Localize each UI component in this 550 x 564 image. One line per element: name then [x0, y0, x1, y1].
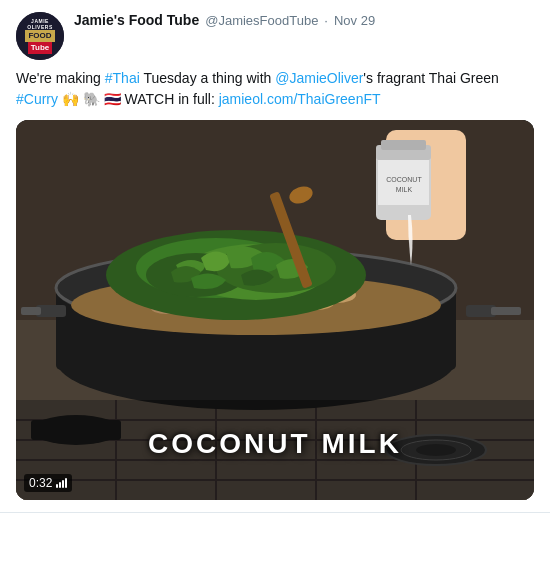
tweet-header: JAMIE OLIVERS FOOD Tube Jamie's Food Tub… [16, 12, 534, 60]
signal-bar-3 [62, 480, 64, 488]
screen-name[interactable]: @JamiesFoodTube [205, 13, 318, 28]
svg-text:MILK: MILK [396, 186, 413, 193]
link-thaigreenft[interactable]: jamieol.com/ThaiGreenFT [219, 91, 381, 107]
video-duration: 0:32 [24, 474, 72, 492]
dot-separator: · [324, 13, 328, 28]
avatar[interactable]: JAMIE OLIVERS FOOD Tube [16, 12, 64, 60]
tweet-meta: Jamie's Food Tube @JamiesFoodTube · Nov … [74, 12, 375, 28]
tweet-card: JAMIE OLIVERS FOOD Tube Jamie's Food Tub… [0, 0, 550, 513]
svg-rect-18 [491, 307, 521, 315]
signal-bar-4 [65, 478, 67, 488]
video-overlay-text: COCONUT MILK [148, 428, 402, 460]
tweet-date: Nov 29 [334, 13, 375, 28]
display-name[interactable]: Jamie's Food Tube [74, 12, 199, 28]
svg-rect-36 [381, 140, 426, 150]
signal-bar-2 [59, 482, 61, 488]
mention-jamieoliver[interactable]: @JamieOliver [275, 70, 363, 86]
svg-text:COCONUT: COCONUT [386, 176, 422, 183]
avatar-tube-label: Tube [28, 42, 53, 54]
svg-rect-16 [21, 307, 41, 315]
tweet-name-row: Jamie's Food Tube @JamiesFoodTube · Nov … [74, 12, 375, 28]
avatar-top-text: JAMIE OLIVERS [18, 18, 62, 30]
avatar-food-label: FOOD [25, 30, 54, 42]
video-frame[interactable]: COCONUT MILK COCONUT MILK [16, 120, 534, 500]
media-container[interactable]: COCONUT MILK COCONUT MILK [16, 120, 534, 500]
duration-text: 0:32 [29, 476, 52, 490]
hashtag-thai[interactable]: #Thai [105, 70, 140, 86]
tweet-text: We're making #Thai Tuesday a thing with … [16, 68, 534, 110]
signal-bar-1 [56, 484, 58, 488]
hashtag-curry[interactable]: #Curry [16, 91, 58, 107]
signal-bars-icon [56, 478, 67, 488]
